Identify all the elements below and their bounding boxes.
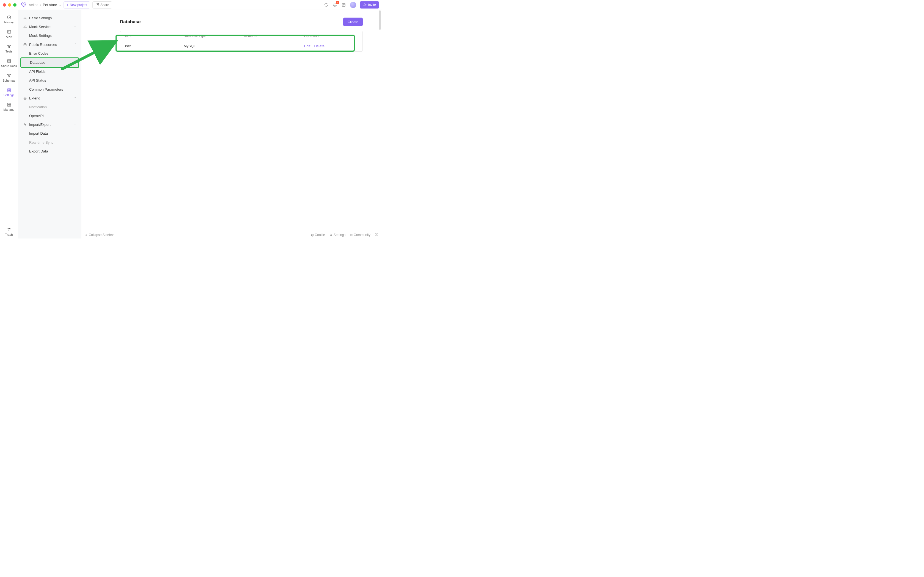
sidebar-public-resources[interactable]: Public Resources ⌃ [20,40,79,49]
sidebar-notification[interactable]: Notification [20,103,79,111]
app-logo-icon [20,2,27,8]
svg-point-3 [364,3,365,5]
invite-button[interactable]: Invite [360,2,379,8]
help-icon[interactable]: ⓘ [375,232,378,237]
sidebar-extend[interactable]: Extend ⌃ [20,94,79,103]
avatar[interactable] [350,2,356,8]
gear-icon: ⚙ [330,233,333,237]
share-docs-icon [6,58,11,63]
chevron-up-icon: ⌃ [74,123,76,127]
page-header: Database Create [120,18,363,26]
trash-icon [6,227,11,232]
sidebar-extend-label: Extend [29,96,40,101]
svg-point-1 [24,3,25,5]
rail-trash-label: Trash [5,233,13,236]
main-content: Database Create Name Database Type Remar… [81,10,382,239]
notifications-icon[interactable]: 8 [332,2,338,8]
delete-link[interactable]: Delete [314,44,325,48]
sidebar-realtime-sync[interactable]: Real-time Sync [20,138,79,147]
sidebar-common-parameters[interactable]: Common Parameters [20,85,79,94]
svg-point-8 [8,47,9,48]
tests-icon [6,44,11,49]
statusbar: « Collapse Sidebar ◐ Cookie ⚙ Settings ✉… [81,231,382,239]
breadcrumb-project[interactable]: Pet store [43,3,57,7]
create-button[interactable]: Create [343,18,363,26]
breadcrumb: selina / Pet store ⌄ [29,3,61,7]
collapse-sidebar-button[interactable]: « Collapse Sidebar [85,233,114,237]
cell-db-type: MySQL [184,44,244,48]
breadcrumb-user[interactable]: selina [29,3,39,7]
status-cookie[interactable]: ◐ Cookie [311,233,325,237]
col-remarks: Remarks [244,34,304,38]
collapse-sidebar-label: Collapse Sidebar [89,233,114,237]
svg-rect-9 [7,60,10,63]
sidebar-database[interactable]: Database [21,58,78,67]
svg-point-19 [24,18,26,19]
sidebar-basic-settings[interactable]: Basic Settings [20,14,79,23]
scrollbar-thumb[interactable] [379,10,381,30]
rail-apis-label: APIs [6,35,12,39]
database-table: Name Database Type Remarks Operation Use… [120,31,363,52]
fullscreen-window-button[interactable] [13,3,16,6]
sidebar-basic-settings-label: Basic Settings [29,16,52,21]
sidebar-import-export-label: Import/Export [29,122,51,127]
chevron-down-icon[interactable]: ⌄ [59,3,61,6]
page-title: Database [120,19,141,25]
svg-rect-2 [342,3,346,6]
status-community[interactable]: ✉ Community [350,233,370,237]
cell-name: User [123,44,184,48]
rail-settings[interactable]: Settings [0,85,18,99]
rail-share-docs[interactable]: Share Docs [0,56,18,70]
invite-label: Invite [368,3,376,7]
rail-trash[interactable]: Trash [0,225,18,239]
close-window-button[interactable] [3,3,6,6]
sidebar-api-status[interactable]: API Status [20,76,79,85]
minimize-window-button[interactable] [8,3,11,6]
svg-point-0 [23,3,23,5]
cloud-icon [23,25,27,29]
new-project-button[interactable]: + New project [63,2,90,8]
rail-schemas[interactable]: Schemas [0,71,18,84]
rail-history-label: History [4,21,13,24]
sidebar-mock-settings[interactable]: Mock Settings [20,31,79,40]
notes-icon[interactable] [341,2,347,8]
rail-tests[interactable]: Tests [0,42,18,55]
settings-icon [6,88,11,93]
sidebar-export-data[interactable]: Export Data [20,147,79,156]
sidebar-import-export[interactable]: Import/Export ⌃ [20,120,79,129]
rail-tests-label: Tests [5,50,13,53]
table-row[interactable]: User MySQL Edit Delete [120,41,362,52]
sidebar-import-data[interactable]: Import Data [20,129,79,138]
edit-link[interactable]: Edit [304,44,310,48]
rail-settings-label: Settings [3,93,15,97]
svg-point-6 [7,45,8,46]
svg-rect-13 [7,89,10,92]
chat-icon: ✉ [350,233,352,237]
box-icon [23,43,27,47]
sidebar-error-codes[interactable]: Error Codes [20,49,79,58]
svg-point-11 [10,74,11,75]
rail-manage[interactable]: Manage [0,100,18,113]
breadcrumb-separator: / [40,3,41,7]
sync-icon[interactable] [323,2,329,8]
sidebar-openapi[interactable]: OpenAPI [20,111,79,120]
import-export-icon [23,123,27,127]
rail-history[interactable]: History [0,13,18,26]
svg-point-10 [7,74,8,75]
share-label: Share [100,3,109,7]
chevron-up-icon: ⌃ [74,96,76,100]
sidebar-api-fields[interactable]: API Fields [20,67,79,76]
svg-rect-15 [7,103,9,105]
sidebar-mock-service[interactable]: Mock Service ⌃ [20,23,79,31]
chevron-up-icon: ⌃ [74,25,76,29]
col-db-type: Database Type [184,34,244,38]
extend-icon [23,97,27,100]
rail-share-docs-label: Share Docs [1,64,17,68]
status-settings[interactable]: ⚙ Settings [330,233,346,237]
share-icon [95,3,99,6]
left-rail: History APIs Tests Share Docs Schemas Se… [0,10,18,239]
rail-apis[interactable]: APIs [0,27,18,41]
share-button[interactable]: Share [92,2,112,8]
manage-icon [6,102,11,107]
svg-point-12 [8,76,9,77]
